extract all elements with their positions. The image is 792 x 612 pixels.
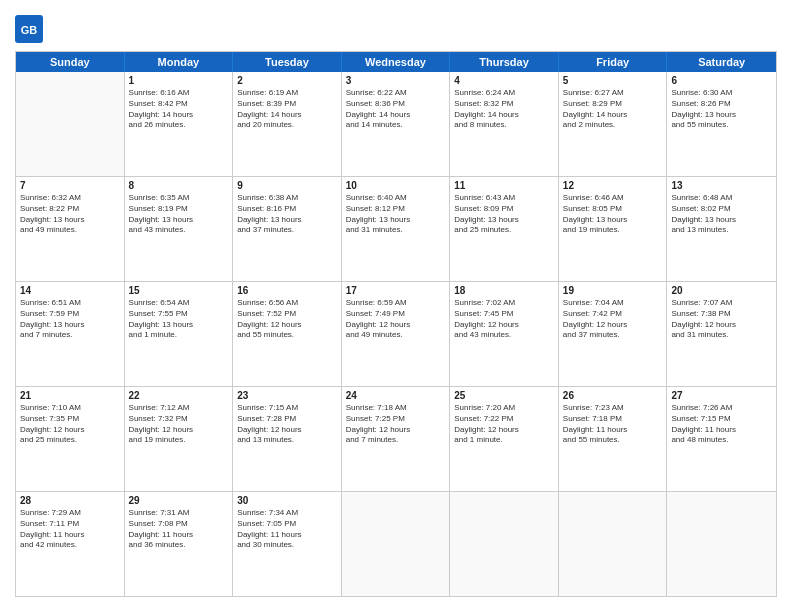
header: GB (15, 15, 777, 43)
day-number: 10 (346, 180, 446, 191)
cell-text-line: and 37 minutes. (237, 225, 337, 236)
cell-text-line: Sunrise: 7:10 AM (20, 403, 120, 414)
cell-text-line: Sunset: 8:05 PM (563, 204, 663, 215)
calendar-day-8: 8Sunrise: 6:35 AMSunset: 8:19 PMDaylight… (125, 177, 234, 281)
cell-text-line: Sunrise: 7:07 AM (671, 298, 772, 309)
cell-text-line: and 43 minutes. (454, 330, 554, 341)
cell-text-line: and 19 minutes. (129, 435, 229, 446)
cell-text-line: Sunset: 8:36 PM (346, 99, 446, 110)
header-day-wednesday: Wednesday (342, 52, 451, 72)
cell-text-line: Daylight: 12 hours (129, 425, 229, 436)
cell-text-line: Sunset: 7:15 PM (671, 414, 772, 425)
cell-text-line: and 13 minutes. (671, 225, 772, 236)
calendar-day-24: 24Sunrise: 7:18 AMSunset: 7:25 PMDayligh… (342, 387, 451, 491)
cell-text-line: Sunset: 7:25 PM (346, 414, 446, 425)
cell-text-line: and 36 minutes. (129, 540, 229, 551)
calendar-day-17: 17Sunrise: 6:59 AMSunset: 7:49 PMDayligh… (342, 282, 451, 386)
cell-text-line: Sunset: 7:55 PM (129, 309, 229, 320)
cell-text-line: Daylight: 14 hours (563, 110, 663, 121)
calendar-day-30: 30Sunrise: 7:34 AMSunset: 7:05 PMDayligh… (233, 492, 342, 596)
cell-text-line: Sunrise: 7:04 AM (563, 298, 663, 309)
cell-text-line: Sunrise: 6:32 AM (20, 193, 120, 204)
cell-text-line: Sunset: 8:42 PM (129, 99, 229, 110)
calendar-body: 1Sunrise: 6:16 AMSunset: 8:42 PMDaylight… (16, 72, 776, 596)
day-number: 22 (129, 390, 229, 401)
cell-text-line: and 1 minute. (129, 330, 229, 341)
day-number: 24 (346, 390, 446, 401)
day-number: 14 (20, 285, 120, 296)
day-number: 3 (346, 75, 446, 86)
header-day-tuesday: Tuesday (233, 52, 342, 72)
cell-text-line: Sunset: 8:39 PM (237, 99, 337, 110)
calendar-day-4: 4Sunrise: 6:24 AMSunset: 8:32 PMDaylight… (450, 72, 559, 176)
cell-text-line: Sunrise: 6:56 AM (237, 298, 337, 309)
day-number: 27 (671, 390, 772, 401)
cell-text-line: Sunrise: 7:02 AM (454, 298, 554, 309)
calendar-day-3: 3Sunrise: 6:22 AMSunset: 8:36 PMDaylight… (342, 72, 451, 176)
cell-text-line: Sunset: 7:05 PM (237, 519, 337, 530)
day-number: 29 (129, 495, 229, 506)
day-number: 6 (671, 75, 772, 86)
cell-text-line: Sunrise: 6:51 AM (20, 298, 120, 309)
cell-text-line: Daylight: 14 hours (129, 110, 229, 121)
calendar-day-21: 21Sunrise: 7:10 AMSunset: 7:35 PMDayligh… (16, 387, 125, 491)
cell-text-line: Daylight: 14 hours (454, 110, 554, 121)
day-number: 28 (20, 495, 120, 506)
calendar-day-12: 12Sunrise: 6:46 AMSunset: 8:05 PMDayligh… (559, 177, 668, 281)
calendar-week-1: 7Sunrise: 6:32 AMSunset: 8:22 PMDaylight… (16, 177, 776, 282)
calendar-header: SundayMondayTuesdayWednesdayThursdayFrid… (16, 52, 776, 72)
cell-text-line: Sunrise: 6:43 AM (454, 193, 554, 204)
day-number: 23 (237, 390, 337, 401)
day-number: 13 (671, 180, 772, 191)
day-number: 5 (563, 75, 663, 86)
cell-text-line: Daylight: 13 hours (346, 215, 446, 226)
cell-text-line: and 25 minutes. (20, 435, 120, 446)
day-number: 21 (20, 390, 120, 401)
cell-text-line: and 49 minutes. (346, 330, 446, 341)
calendar-day-26: 26Sunrise: 7:23 AMSunset: 7:18 PMDayligh… (559, 387, 668, 491)
cell-text-line: Daylight: 14 hours (346, 110, 446, 121)
cell-text-line: and 1 minute. (454, 435, 554, 446)
header-day-monday: Monday (125, 52, 234, 72)
cell-text-line: Sunset: 8:32 PM (454, 99, 554, 110)
cell-text-line: and 55 minutes. (671, 120, 772, 131)
calendar-week-0: 1Sunrise: 6:16 AMSunset: 8:42 PMDaylight… (16, 72, 776, 177)
cell-text-line: Daylight: 11 hours (237, 530, 337, 541)
cell-text-line: Sunrise: 6:19 AM (237, 88, 337, 99)
cell-text-line: and 13 minutes. (237, 435, 337, 446)
day-number: 18 (454, 285, 554, 296)
cell-text-line: Daylight: 13 hours (20, 215, 120, 226)
cell-text-line: Sunset: 8:12 PM (346, 204, 446, 215)
cell-text-line: Daylight: 11 hours (563, 425, 663, 436)
calendar-day-6: 6Sunrise: 6:30 AMSunset: 8:26 PMDaylight… (667, 72, 776, 176)
cell-text-line: and 42 minutes. (20, 540, 120, 551)
calendar-day-1: 1Sunrise: 6:16 AMSunset: 8:42 PMDaylight… (125, 72, 234, 176)
cell-text-line: Sunrise: 7:15 AM (237, 403, 337, 414)
cell-text-line: Sunset: 7:45 PM (454, 309, 554, 320)
cell-text-line: and 8 minutes. (454, 120, 554, 131)
cell-text-line: Sunset: 7:28 PM (237, 414, 337, 425)
cell-text-line: Sunrise: 6:35 AM (129, 193, 229, 204)
calendar-day-2: 2Sunrise: 6:19 AMSunset: 8:39 PMDaylight… (233, 72, 342, 176)
calendar-empty-cell (342, 492, 451, 596)
cell-text-line: Daylight: 12 hours (237, 425, 337, 436)
cell-text-line: Daylight: 13 hours (563, 215, 663, 226)
calendar: SundayMondayTuesdayWednesdayThursdayFrid… (15, 51, 777, 597)
day-number: 12 (563, 180, 663, 191)
calendar-day-9: 9Sunrise: 6:38 AMSunset: 8:16 PMDaylight… (233, 177, 342, 281)
calendar-day-5: 5Sunrise: 6:27 AMSunset: 8:29 PMDaylight… (559, 72, 668, 176)
header-day-saturday: Saturday (667, 52, 776, 72)
day-number: 26 (563, 390, 663, 401)
cell-text-line: Daylight: 13 hours (237, 215, 337, 226)
cell-text-line: Sunset: 7:08 PM (129, 519, 229, 530)
calendar-day-29: 29Sunrise: 7:31 AMSunset: 7:08 PMDayligh… (125, 492, 234, 596)
cell-text-line: Daylight: 12 hours (346, 320, 446, 331)
calendar-week-3: 21Sunrise: 7:10 AMSunset: 7:35 PMDayligh… (16, 387, 776, 492)
calendar-day-28: 28Sunrise: 7:29 AMSunset: 7:11 PMDayligh… (16, 492, 125, 596)
day-number: 16 (237, 285, 337, 296)
day-number: 7 (20, 180, 120, 191)
page: GB SundayMondayTuesdayWednesdayThursdayF… (0, 0, 792, 612)
cell-text-line: Sunset: 7:22 PM (454, 414, 554, 425)
calendar-day-18: 18Sunrise: 7:02 AMSunset: 7:45 PMDayligh… (450, 282, 559, 386)
cell-text-line: Sunset: 8:22 PM (20, 204, 120, 215)
